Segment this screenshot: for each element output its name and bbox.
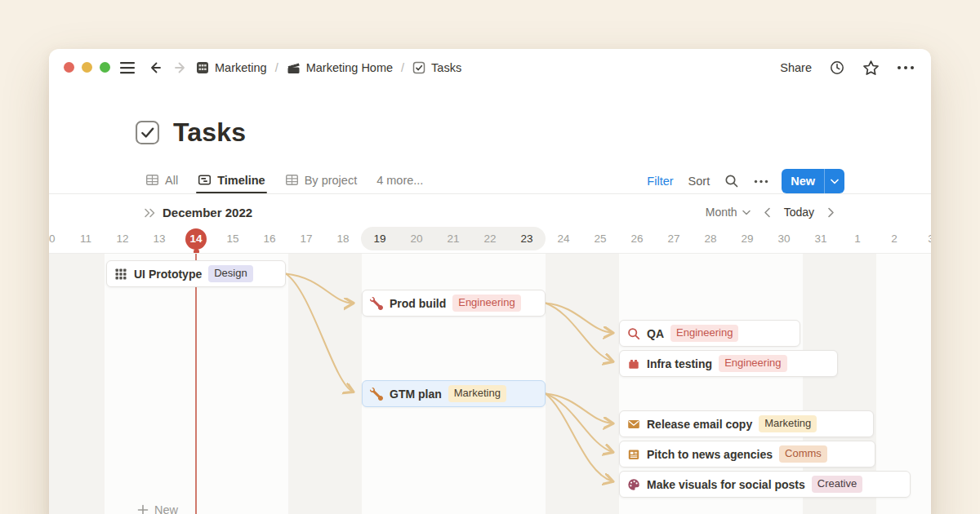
task-title: Release email copy	[647, 418, 752, 431]
breadcrumb-item-marketing[interactable]: Marketing	[196, 61, 267, 74]
page-checkbox-icon	[135, 120, 160, 145]
task-card-qa[interactable]: QA Engineering	[619, 320, 800, 347]
day-label[interactable]: 22	[472, 228, 509, 250]
new-button[interactable]: New	[782, 169, 844, 193]
day-label[interactable]: 24	[546, 228, 582, 250]
tag-engineering: Engineering	[719, 355, 786, 372]
day-label[interactable]: 18	[325, 228, 362, 250]
back-arrow-icon[interactable]	[147, 60, 163, 76]
breadcrumb-item-tasks[interactable]: Tasks	[412, 61, 461, 74]
day-label[interactable]: 21	[435, 228, 472, 250]
close-window-button[interactable]	[64, 62, 74, 73]
wrench-icon	[370, 388, 383, 401]
tag-creative: Creative	[812, 476, 862, 493]
day-label[interactable]: 26	[619, 228, 656, 250]
newspaper-icon	[627, 448, 640, 461]
task-title: Make visuals for social posts	[647, 478, 805, 491]
task-title: QA	[647, 327, 664, 340]
share-button[interactable]: Share	[780, 61, 812, 74]
tab-all[interactable]: All	[145, 173, 178, 187]
sort-button[interactable]: Sort	[688, 175, 710, 188]
search-icon[interactable]	[724, 174, 739, 188]
star-icon[interactable]	[862, 60, 880, 77]
tag-comms: Comms	[779, 445, 827, 463]
table-icon	[285, 173, 299, 187]
wrench-icon	[370, 297, 383, 310]
window-controls	[64, 62, 110, 73]
day-label[interactable]: 31	[803, 228, 840, 250]
task-card-ui-prototype[interactable]: UI Prototype Design	[106, 260, 286, 287]
breadcrumb-item-marketing-home[interactable]: Marketing Home	[287, 61, 393, 75]
day-label[interactable]: 2	[876, 228, 913, 250]
envelope-icon	[627, 418, 640, 431]
chevron-right-icon[interactable]	[827, 207, 835, 218]
tab-timeline[interactable]: Timeline	[198, 173, 265, 187]
day-label[interactable]: 25	[582, 228, 619, 250]
chevron-down-icon	[742, 210, 751, 215]
tag-design: Design	[208, 265, 252, 282]
clapperboard-icon	[287, 61, 301, 75]
tag-marketing: Marketing	[759, 415, 817, 432]
day-label[interactable]: 30	[766, 228, 803, 250]
timeline-month-title: December 2022	[163, 206, 252, 219]
chevron-left-icon[interactable]	[764, 207, 771, 218]
date-strip: 1011121314151617181920212223242526272829…	[49, 228, 931, 250]
clock-icon[interactable]	[829, 60, 845, 76]
day-label[interactable]: 10	[49, 228, 68, 250]
forward-arrow-icon[interactable]	[172, 60, 189, 76]
day-label[interactable]: 3	[913, 228, 932, 250]
day-label[interactable]: 29	[729, 228, 766, 250]
double-chevron-right-icon[interactable]	[144, 207, 156, 219]
hamburger-icon[interactable]	[119, 60, 136, 75]
magnifier-icon	[627, 327, 640, 340]
zoom-window-button[interactable]	[100, 62, 110, 73]
brick-icon	[627, 357, 640, 370]
day-label[interactable]: 13	[141, 228, 178, 250]
task-title: Prod build	[390, 297, 446, 310]
day-label[interactable]: 23	[509, 228, 546, 250]
ellipsis-icon[interactable]	[897, 65, 915, 70]
day-label[interactable]: 11	[68, 228, 105, 250]
task-title: UI Prototype	[134, 268, 202, 281]
new-task-button[interactable]: New	[137, 503, 178, 514]
day-label[interactable]: 15	[215, 228, 252, 250]
day-label[interactable]: 1	[840, 228, 876, 250]
day-label[interactable]: 28	[693, 228, 729, 250]
task-card-pitch-to-news-agencies[interactable]: Pitch to news agencies Comms	[619, 441, 875, 467]
breadcrumb-separator: /	[400, 61, 405, 74]
day-label[interactable]: 19	[362, 228, 399, 250]
day-label[interactable]: 27	[656, 228, 693, 250]
grid-icon	[114, 268, 127, 281]
day-label[interactable]: 16	[252, 228, 288, 250]
timeline-icon	[198, 173, 212, 187]
breadcrumb-label: Marketing	[215, 61, 267, 74]
task-card-infra-testing[interactable]: Infra testing Engineering	[619, 350, 838, 377]
chevron-down-icon[interactable]	[825, 179, 844, 184]
timeline-scale-select[interactable]: Month	[706, 206, 751, 219]
grid-page-icon	[196, 61, 209, 74]
task-card-release-email-copy[interactable]: Release email copy Marketing	[619, 410, 874, 437]
day-label[interactable]: 20	[399, 228, 435, 250]
task-card-prod-build[interactable]: Prod build Engineering	[362, 290, 546, 317]
filter-button[interactable]: Filter	[647, 175, 673, 188]
task-title: Infra testing	[647, 357, 712, 370]
breadcrumb-label: Marketing Home	[306, 61, 393, 74]
day-label[interactable]: 17	[288, 228, 325, 250]
task-card-gtm-plan[interactable]: GTM plan Marketing	[362, 380, 546, 407]
day-label[interactable]: 12	[105, 228, 141, 250]
table-icon	[145, 173, 159, 187]
tab-more-views[interactable]: 4 more...	[376, 174, 423, 187]
day-label-today[interactable]: 14	[185, 228, 207, 250]
page-title: Tasks	[173, 117, 246, 148]
palette-icon	[627, 478, 640, 491]
breadcrumb-separator: /	[274, 61, 279, 74]
ellipsis-icon[interactable]	[754, 179, 768, 184]
task-title: GTM plan	[390, 388, 442, 401]
task-card-make-visuals[interactable]: Make visuals for social posts Creative	[619, 471, 911, 498]
today-button[interactable]: Today	[784, 206, 814, 219]
breadcrumb-label: Tasks	[431, 61, 461, 74]
tab-by-project[interactable]: By project	[285, 173, 357, 187]
minimize-window-button[interactable]	[82, 62, 92, 73]
plus-icon	[137, 504, 149, 514]
tag-engineering: Engineering	[452, 295, 520, 312]
